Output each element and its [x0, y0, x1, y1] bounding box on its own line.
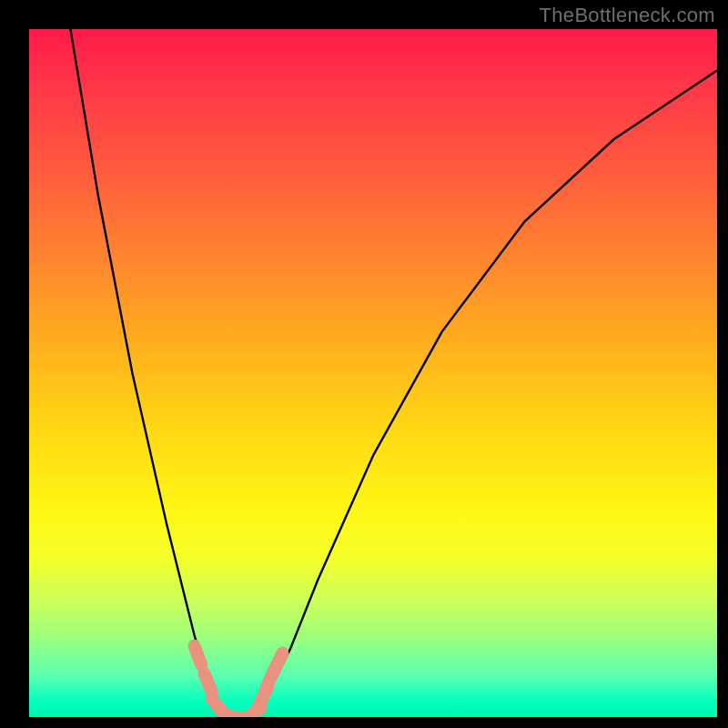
highlight-marker [205, 673, 212, 692]
plot-area [29, 29, 717, 717]
highlight-marker [194, 646, 201, 665]
highlight-marker [274, 653, 283, 672]
attribution-label: TheBottleneck.com [540, 4, 715, 27]
bottleneck-curve [70, 29, 717, 717]
curve-layer [29, 29, 717, 717]
chart-frame: TheBottleneck.com [0, 0, 728, 728]
